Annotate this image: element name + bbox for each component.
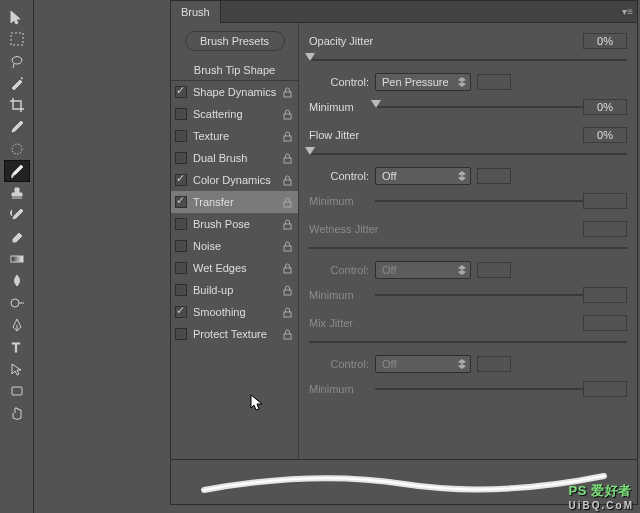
option-checkbox[interactable] (175, 218, 187, 230)
option-row-scattering[interactable]: Scattering (171, 103, 298, 125)
move-tool[interactable] (4, 6, 30, 28)
svg-rect-11 (284, 202, 291, 207)
marquee-tool[interactable] (4, 28, 30, 50)
option-label: Transfer (193, 196, 282, 208)
option-row-transfer[interactable]: Transfer (171, 191, 298, 213)
lock-icon[interactable] (282, 130, 292, 142)
option-checkbox[interactable] (175, 284, 187, 296)
mix-jitter-slider (309, 335, 627, 349)
lock-icon[interactable] (282, 152, 292, 164)
wetness-jitter-group: Wetness Jitter Control: Off Minimum (309, 219, 627, 305)
brush-presets-button[interactable]: Brush Presets (185, 31, 285, 51)
lock-icon[interactable] (282, 240, 292, 252)
path-tool[interactable] (4, 358, 30, 380)
lock-icon[interactable] (282, 262, 292, 274)
eyedropper-tool[interactable] (4, 116, 30, 138)
option-checkbox[interactable] (175, 196, 187, 208)
watermark-line2: UiBQ.CoM (569, 500, 634, 511)
option-row-noise[interactable]: Noise (171, 235, 298, 257)
svg-rect-14 (284, 268, 291, 273)
svg-rect-17 (284, 334, 291, 339)
history-brush-tool[interactable] (4, 204, 30, 226)
option-label: Wet Edges (193, 262, 282, 274)
option-label: Smoothing (193, 306, 282, 318)
type-tool[interactable]: T (4, 336, 30, 358)
wetness-control-select: Off (375, 261, 471, 279)
option-label: Color Dynamics (193, 174, 282, 186)
opacity-jitter-value[interactable]: 0% (583, 33, 627, 49)
option-checkbox[interactable] (175, 174, 187, 186)
flow-jitter-group: Flow Jitter 0% Control: Off Minimum (309, 125, 627, 211)
panel-menu-icon[interactable]: ▾≡ (622, 6, 633, 17)
option-row-smoothing[interactable]: Smoothing (171, 301, 298, 323)
crop-tool[interactable] (4, 94, 30, 116)
option-label: Scattering (193, 108, 282, 120)
flow-minimum-label: Minimum (309, 195, 369, 207)
option-checkbox[interactable] (175, 130, 187, 142)
option-label: Brush Pose (193, 218, 282, 230)
wetness-control-swatch (477, 262, 511, 278)
wand-tool[interactable] (4, 72, 30, 94)
mix-minimum-slider (375, 382, 583, 396)
tab-brush[interactable]: Brush (171, 1, 221, 23)
flow-jitter-value[interactable]: 0% (583, 127, 627, 143)
dodge-tool[interactable] (4, 292, 30, 314)
hand-tool[interactable] (4, 402, 30, 424)
option-row-wet-edges[interactable]: Wet Edges (171, 257, 298, 279)
flow-minimum-value (583, 193, 627, 209)
option-checkbox[interactable] (175, 328, 187, 340)
lock-icon[interactable] (282, 108, 292, 120)
option-row-protect-texture[interactable]: Protect Texture (171, 323, 298, 345)
flow-jitter-slider[interactable] (309, 147, 627, 161)
opacity-jitter-slider[interactable] (309, 53, 627, 67)
lock-icon[interactable] (282, 174, 292, 186)
wetness-minimum-slider (375, 288, 583, 302)
option-row-shape-dynamics[interactable]: Shape Dynamics (171, 81, 298, 103)
option-row-brush-pose[interactable]: Brush Pose (171, 213, 298, 235)
option-checkbox[interactable] (175, 262, 187, 274)
wetness-jitter-slider (309, 241, 627, 255)
watermark: PS 爱好者 UiBQ.CoM (569, 482, 634, 511)
option-checkbox[interactable] (175, 152, 187, 164)
gradient-tool[interactable] (4, 248, 30, 270)
option-checkbox[interactable] (175, 108, 187, 120)
lock-icon[interactable] (282, 284, 292, 296)
stamp-tool[interactable] (4, 182, 30, 204)
option-checkbox[interactable] (175, 306, 187, 318)
brush-tip-shape-button[interactable]: Brush Tip Shape (171, 59, 298, 81)
eraser-tool[interactable] (4, 226, 30, 248)
option-checkbox[interactable] (175, 86, 187, 98)
option-row-color-dynamics[interactable]: Color Dynamics (171, 169, 298, 191)
lock-icon[interactable] (282, 328, 292, 340)
blur-tool[interactable] (4, 270, 30, 292)
svg-rect-8 (284, 136, 291, 141)
option-row-build-up[interactable]: Build-up (171, 279, 298, 301)
mix-jitter-group: Mix Jitter Control: Off Minimum (309, 313, 627, 399)
svg-rect-13 (284, 246, 291, 251)
opacity-minimum-label: Minimum (309, 101, 369, 113)
opacity-control-select[interactable]: Pen Pressure (375, 73, 471, 91)
flow-control-select[interactable]: Off (375, 167, 471, 185)
brush-stroke-icon (194, 462, 614, 502)
panel-tab-bar: Brush ▾≡ (171, 1, 637, 23)
lock-icon[interactable] (282, 218, 292, 230)
lock-icon[interactable] (282, 86, 292, 98)
pen-tool[interactable] (4, 314, 30, 336)
tools-toolbar: T (0, 0, 34, 513)
svg-point-3 (11, 299, 19, 307)
healing-tool[interactable] (4, 138, 30, 160)
option-row-dual-brush[interactable]: Dual Brush (171, 147, 298, 169)
lock-icon[interactable] (282, 306, 292, 318)
lasso-tool[interactable] (4, 50, 30, 72)
wetness-minimum-label: Minimum (309, 289, 369, 301)
opacity-minimum-slider[interactable] (375, 100, 583, 114)
brush-panel: Brush ▾≡ Brush Presets Brush Tip Shape S… (170, 0, 638, 505)
opacity-minimum-value[interactable]: 0% (583, 99, 627, 115)
option-label: Shape Dynamics (193, 86, 282, 98)
option-checkbox[interactable] (175, 240, 187, 252)
shape-tool[interactable] (4, 380, 30, 402)
transfer-settings: Opacity Jitter 0% Control: Pen Pressure … (299, 23, 637, 459)
option-row-texture[interactable]: Texture (171, 125, 298, 147)
lock-icon[interactable] (282, 196, 292, 208)
brush-tool[interactable] (4, 160, 30, 182)
